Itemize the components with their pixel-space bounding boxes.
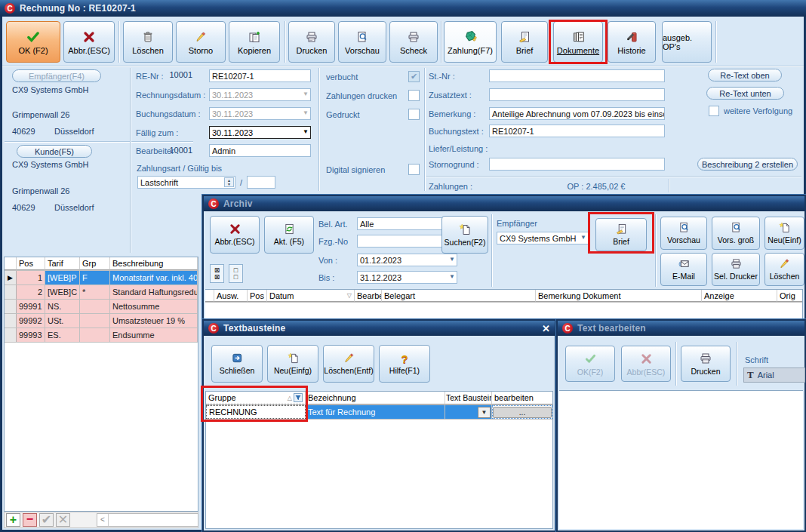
buchungsdatum-select[interactable]: 30.11.2023▼ [209, 107, 311, 120]
archiv-loeschen-button[interactable]: Löschen [764, 253, 804, 286]
col-beschreibung[interactable]: Beschreibung [110, 257, 198, 270]
st-nr-input[interactable] [489, 69, 665, 82]
table-row[interactable]: 99993 ES. Endsumme [5, 328, 198, 343]
archiv-empfaenger-select[interactable]: CX9 Systems GmbH▼ [497, 232, 589, 244]
tb-drucken-button[interactable]: Drucken [681, 346, 731, 382]
col-belegart[interactable]: Belegart [382, 290, 536, 302]
confirm-row-button[interactable]: ✔ [39, 513, 54, 527]
re-text-unten-button[interactable]: Re-Text unten [706, 87, 784, 100]
historie-button[interactable]: Historie [608, 21, 656, 63]
col-ausw[interactable]: Ausw. [214, 290, 248, 302]
schliessen-button[interactable]: Schließen [211, 345, 263, 383]
suchen-button[interactable]: Suchen(F2) [441, 216, 488, 254]
table-row[interactable]: 99991 NS. Nettosumme [5, 300, 198, 314]
re-nr-label: RE-Nr : [136, 72, 164, 81]
delete-row-button[interactable]: − [23, 513, 37, 527]
empfaenger-button[interactable]: Empfänger(F4) [12, 69, 101, 82]
col-tarif[interactable]: Tarif [45, 257, 80, 270]
archiv-refresh-button[interactable]: Akt. (F5) [264, 216, 314, 254]
storno-button[interactable]: Storno [176, 21, 226, 63]
annotation-box-brief [588, 212, 654, 254]
col-bezeichnung[interactable]: Bezeichnung [306, 392, 445, 404]
kopieren-button[interactable]: Kopieren [229, 21, 280, 63]
text-bearbeiten-titlebar[interactable]: C Text bearbeiten [558, 321, 804, 336]
zusatztext-input[interactable] [489, 88, 665, 101]
col-bemerkung[interactable]: Bemerkung Dokument [536, 290, 702, 302]
beschreibung2-button[interactable]: Beschreibung 2 erstellen [697, 158, 798, 171]
gueltig-bis-input[interactable] [247, 176, 275, 189]
verbucht-checkbox[interactable]: ✔ [408, 71, 420, 82]
tb-ok-button[interactable]: OK(F2) [565, 346, 615, 382]
bearbeiter-input[interactable]: Admin [209, 144, 311, 157]
spinner-icon[interactable]: ▲▼ [224, 177, 234, 187]
close-icon[interactable]: ✕ [542, 323, 550, 334]
bel-art-label: Bel. Art. [318, 220, 348, 229]
screen: C Rechnung No : RE10207-1 OK (F2) Abbr.(… [0, 0, 806, 532]
re-nr-input[interactable]: RE10207-1 [209, 69, 311, 82]
archiv-neu-button[interactable]: Neu(Einf) [764, 217, 804, 250]
gedruckt-checkbox[interactable] [408, 109, 420, 120]
col-grp[interactable]: Grp [80, 257, 110, 270]
text-baustein-cell[interactable]: ▼ [445, 405, 492, 419]
zahlungsart-select[interactable]: Lastschrift ▲▼ [137, 176, 235, 189]
col-bearbeiten[interactable]: bearbeiten [492, 392, 552, 404]
col-orig[interactable]: Orig [777, 290, 802, 302]
ausgeb-ops-button[interactable]: ausgeb. OP's [662, 21, 712, 63]
col-text-baustein[interactable]: Text Baustein [445, 392, 492, 404]
ok-button[interactable]: OK (F2) [6, 21, 60, 63]
bis-date-select[interactable]: 31.12.2023▼ [357, 271, 457, 284]
text-editor-area[interactable] [559, 390, 803, 529]
zahlung-button[interactable]: Zahlung(F7) [444, 21, 497, 63]
tb-neu-button[interactable]: Neu(Einfg) [267, 345, 318, 383]
textbausteine-window-title: Textbausteine [223, 323, 285, 334]
col-bearbeiter[interactable]: Bearbe [355, 290, 382, 302]
faellig-select[interactable]: 30.11.2023▼ [209, 126, 311, 139]
archiv-titlebar[interactable]: C Archiv [204, 196, 804, 211]
col-datum[interactable]: Datum▽ [267, 290, 355, 302]
chevron-down-icon[interactable]: ▼ [478, 407, 491, 418]
bemerkung-input[interactable]: Anteilige Abrechnung vom 07.09.2023 bis … [489, 107, 665, 120]
scheck-button[interactable]: Scheck [389, 21, 438, 63]
brief-button[interactable]: Brief [501, 21, 548, 63]
tb-loeschen-button[interactable]: Löschen(Entf) [323, 345, 374, 383]
archiv-vorschau-button[interactable]: Vorschau [660, 217, 707, 250]
hilfe-button[interactable]: ? Hilfe(F1) [379, 345, 430, 383]
chevron-down-icon: ▼ [580, 234, 586, 241]
table-row[interactable]: ▶ 1 [WEB]P F Monatstarif var. inkl. 4000 [5, 271, 198, 285]
archiv-abort-button[interactable]: Abbr.(ESC) [210, 216, 260, 254]
re-text-oben-button[interactable]: Re-Text oben [708, 69, 782, 81]
table-row[interactable]: 2 [WEB]C * Standard Haftungsreduzie [5, 285, 198, 300]
zahlungen-drucken-checkbox[interactable] [408, 90, 420, 101]
add-row-button[interactable]: + [6, 513, 20, 527]
loeschen-button[interactable]: Löschen [123, 21, 173, 63]
textbausteine-titlebar[interactable]: C Textbausteine ✕ [204, 321, 555, 336]
archiv-table-header: Ausw. Pos Datum▽ Bearbe Belegart Bemerku… [205, 290, 802, 303]
col-pos[interactable]: Pos [17, 257, 45, 270]
von-date-select[interactable]: 01.12.2023▼ [357, 254, 457, 266]
refresh-doc-icon [284, 223, 295, 236]
deselect-all-button[interactable]: □□ [229, 264, 243, 283]
tb-abort-button[interactable]: Abbr(ESC) [621, 346, 671, 382]
horizontal-scrollbar[interactable]: < [97, 513, 198, 527]
abort-button[interactable]: Abbr.(ESC) [63, 21, 115, 63]
vorschau-button[interactable]: Vorschau [338, 21, 386, 63]
table-row[interactable]: 99992 USt. Umsatzsteuer 19 % [5, 314, 198, 328]
archiv-sel-drucker-button[interactable]: Sel. Drucker [712, 253, 760, 286]
digital-signieren-checkbox[interactable] [408, 164, 420, 175]
select-all-button[interactable]: ⊠⊠ [210, 264, 224, 283]
archiv-vorschau-gross-button[interactable]: Vors. groß [712, 217, 760, 250]
drucken-button[interactable]: Drucken [288, 21, 335, 63]
bearbeiten-ellipsis-button[interactable]: ... [493, 407, 552, 418]
font-select[interactable]: T Arial [743, 367, 805, 383]
rechnung-titlebar[interactable]: C Rechnung No : RE10207-1 [0, 0, 806, 17]
col-pos[interactable]: Pos [248, 290, 267, 302]
col-anzeige[interactable]: Anzeige [702, 290, 777, 302]
rechnungsdatum-select[interactable]: 30.11.2023▼ [209, 88, 311, 101]
archiv-email-button[interactable]: E-Mail [660, 253, 707, 286]
stornogrund-input[interactable] [489, 158, 665, 171]
weitere-verfolgung-checkbox[interactable] [709, 106, 719, 116]
buchungstext-input[interactable]: RE10207-1 [489, 125, 665, 137]
cancel-row-button[interactable]: ✕ [56, 513, 70, 527]
scroll-left-icon[interactable]: < [97, 514, 109, 526]
kunde-button[interactable]: Kunde(F5) [17, 145, 92, 158]
